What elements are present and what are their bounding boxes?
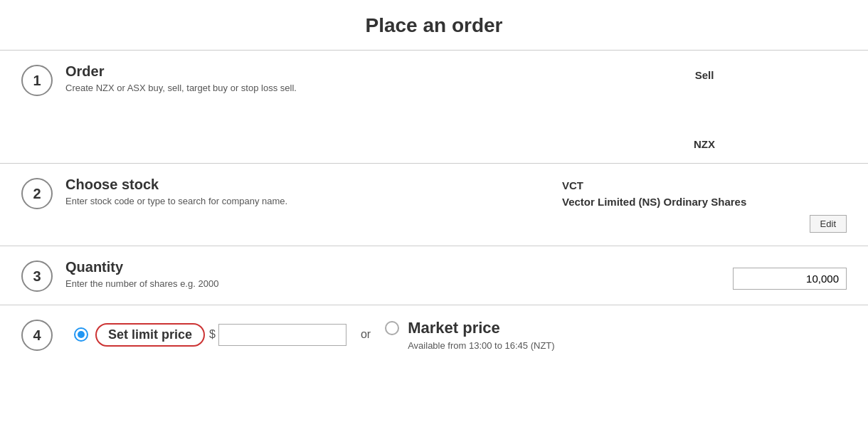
step-4-section: 4 Set limit price $ or Market price Avai… bbox=[0, 305, 868, 364]
step-1-number: 1 bbox=[21, 65, 53, 96]
step-4-number: 4 bbox=[21, 320, 53, 351]
limit-price-label: Set limit price bbox=[95, 323, 205, 347]
step-1-title: Order bbox=[65, 63, 562, 80]
or-separator: or bbox=[361, 328, 371, 341]
stock-code-value: VCT bbox=[562, 179, 583, 191]
step-4-content: Set limit price $ or Market price Availa… bbox=[74, 319, 847, 351]
step-2-section: 2 Choose stock Enter stock code or type … bbox=[0, 164, 868, 246]
step-1-right: Sell NZX bbox=[562, 69, 847, 150]
market-price-row: Market price bbox=[385, 319, 500, 337]
edit-button[interactable]: Edit bbox=[810, 215, 847, 233]
order-type-value: Sell bbox=[695, 69, 714, 81]
step-3-right bbox=[562, 259, 847, 290]
quantity-input[interactable] bbox=[733, 268, 847, 290]
step-1-content: Order Create NZX or ASX buy, sell, targe… bbox=[65, 63, 562, 93]
step-3-description: Enter the number of shares e.g. 2000 bbox=[65, 278, 562, 289]
step-3-content: Quantity Enter the number of shares e.g.… bbox=[65, 259, 562, 289]
market-price-note: Available from 13:00 to 16:45 (NZT) bbox=[408, 340, 554, 351]
limit-price-input[interactable] bbox=[218, 324, 346, 346]
stock-name-value: Vector Limited (NS) Ordinary Shares bbox=[562, 196, 746, 208]
step-1-description: Create NZX or ASX buy, sell, target buy … bbox=[65, 83, 562, 93]
page-title: Place an order bbox=[0, 0, 868, 51]
step-2-title: Choose stock bbox=[65, 177, 562, 193]
radio-inner-dot bbox=[78, 331, 85, 338]
step-1-section: 1 Order Create NZX or ASX buy, sell, tar… bbox=[0, 51, 868, 164]
market-value: NZX bbox=[694, 138, 715, 150]
limit-price-radio[interactable] bbox=[74, 327, 88, 342]
step-3-title: Quantity bbox=[65, 259, 562, 275]
step-2-right: VCT Vector Limited (NS) Ordinary Shares … bbox=[562, 177, 847, 233]
market-price-radio[interactable] bbox=[385, 321, 399, 335]
market-price-label: Market price bbox=[408, 319, 500, 337]
dollar-sign: $ bbox=[209, 328, 216, 341]
step-2-content: Choose stock Enter stock code or type to… bbox=[65, 177, 562, 206]
step-3-section: 3 Quantity Enter the number of shares e.… bbox=[0, 246, 868, 305]
market-price-area: Market price Available from 13:00 to 16:… bbox=[385, 319, 554, 351]
step-3-number: 3 bbox=[21, 260, 53, 292]
step-2-number: 2 bbox=[21, 178, 53, 209]
step-2-description: Enter stock code or type to search for c… bbox=[65, 196, 562, 206]
